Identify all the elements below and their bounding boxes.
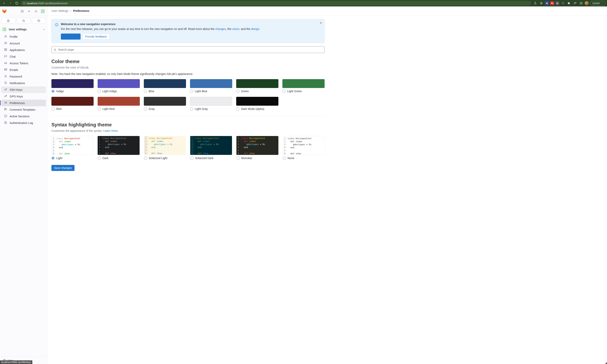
callout-link-design[interactable]: design bbox=[251, 27, 259, 30]
url-bar[interactable]: localhost:5580/-/profile/preferences bbox=[21, 1, 531, 6]
svg-point-9 bbox=[602, 3, 602, 3]
callout-close-button[interactable] bbox=[319, 21, 322, 25]
nav-forward-button[interactable] bbox=[8, 1, 13, 6]
theme-option-indigo[interactable]: Indigo bbox=[52, 79, 94, 93]
svg-point-35 bbox=[54, 49, 56, 51]
sidebar-collapse-icon[interactable] bbox=[20, 9, 25, 14]
syntax-option-none[interactable]: 1 2 3 4 5 6class DoctypesCont def index … bbox=[283, 136, 324, 160]
extensions-puzzle-icon[interactable] bbox=[567, 1, 571, 6]
syntax-radio-row[interactable]: Dark bbox=[98, 156, 139, 160]
callout-feedback-button[interactable]: Provide feedback bbox=[83, 34, 109, 39]
sidebar-item-applications[interactable]: Applications bbox=[1, 47, 46, 53]
callout-link-changes[interactable]: changes bbox=[215, 27, 226, 30]
theme-option-gray[interactable]: Gray bbox=[144, 97, 186, 110]
extension-cam-icon[interactable] bbox=[555, 1, 559, 5]
extension-p1-icon[interactable]: P1 bbox=[550, 1, 554, 5]
extension-gear-icon[interactable] bbox=[561, 1, 565, 6]
sidebar-item-preferences[interactable]: Preferences bbox=[1, 100, 46, 106]
chevron-down-icon bbox=[42, 28, 45, 31]
syntax-radio-row[interactable]: Solarized Light bbox=[144, 156, 186, 160]
syntax-label: Solarized Dark bbox=[195, 156, 214, 160]
profile-avatar[interactable] bbox=[585, 1, 589, 5]
create-new-icon[interactable] bbox=[27, 9, 32, 14]
nav-icon bbox=[4, 68, 7, 72]
context-todo-button[interactable] bbox=[32, 18, 46, 24]
callout-learn-more-button[interactable]: Learn more bbox=[61, 34, 80, 39]
sidebar-item-notifications[interactable]: Notifications bbox=[1, 80, 46, 86]
user-identicon[interactable] bbox=[40, 9, 45, 14]
theme-label: Red bbox=[56, 107, 62, 110]
sidebar-item-profile[interactable]: Profile bbox=[1, 33, 46, 40]
sidebar-item-comment-templates[interactable]: Comment Templates bbox=[1, 106, 46, 113]
theme-option-light-indigo[interactable]: Light Indigo bbox=[98, 79, 140, 93]
resize-grip-icon[interactable] bbox=[605, 362, 607, 364]
theme-option-light-green[interactable]: Light Green bbox=[283, 79, 324, 93]
syntax-option-monokai[interactable]: 1 2 3 4 5 6class DoctypesCont def index … bbox=[236, 136, 278, 160]
theme-radio-row[interactable]: Light Blue bbox=[190, 90, 232, 93]
radio-icon bbox=[98, 107, 101, 110]
save-changes-button[interactable]: Save changes bbox=[52, 165, 75, 171]
nav-back-button[interactable] bbox=[2, 1, 6, 6]
syntax-option-dark[interactable]: 1 2 3 4 5 6class DoctypesCont def index … bbox=[98, 136, 139, 160]
theme-swatch bbox=[144, 97, 186, 106]
search-input[interactable] bbox=[52, 46, 324, 53]
context-switcher[interactable]: User settings bbox=[0, 25, 47, 33]
theme-option-blue[interactable]: Blue bbox=[144, 79, 186, 93]
sidebar-item-password[interactable]: Password bbox=[1, 73, 46, 80]
theme-radio-row[interactable]: Green bbox=[236, 90, 278, 93]
syntax-option-solarized-light[interactable]: 1 2 3 4 5 6class DoctypesCont def index … bbox=[144, 136, 186, 160]
sidebar-item-account[interactable]: Account bbox=[1, 40, 46, 47]
sidebar-item-access-tokens[interactable]: Access Tokens bbox=[1, 60, 46, 66]
syntax-radio-row[interactable]: Solarized Dark bbox=[190, 156, 232, 160]
theme-option-light-red[interactable]: Light Red bbox=[98, 97, 140, 110]
context-work-button[interactable] bbox=[2, 18, 15, 24]
sidebar-item-label: Comment Templates bbox=[10, 108, 35, 111]
syntax-radio-row[interactable]: Monokai bbox=[236, 156, 278, 160]
browser-update-button[interactable]: Update bbox=[590, 1, 605, 5]
sidebar-item-chat[interactable]: Chat bbox=[1, 53, 46, 60]
syntax-learn-more-link[interactable]: Learn more bbox=[103, 129, 118, 132]
radio-icon bbox=[190, 90, 193, 93]
theme-option-green[interactable]: Green bbox=[236, 79, 278, 93]
browser-status-bar: localhost:5580/-/profile/keys bbox=[0, 360, 32, 364]
theme-option-light-gray[interactable]: Light Gray bbox=[190, 97, 232, 110]
theme-radio-row[interactable]: Light Red bbox=[98, 107, 140, 110]
sidebar-item-authentication-log[interactable]: Authentication Log bbox=[1, 119, 46, 126]
search-icon[interactable] bbox=[34, 9, 38, 14]
bookmark-icon[interactable] bbox=[539, 1, 544, 6]
syntax-radio-row[interactable]: None bbox=[283, 156, 324, 160]
theme-radio-row[interactable]: Dark Mode (alpha) bbox=[236, 107, 278, 110]
sidebar-item-ssh-keys[interactable]: SSH Keys bbox=[1, 86, 46, 93]
sidebar-item-emails[interactable]: Emails bbox=[1, 66, 46, 73]
gitlab-logo-icon[interactable] bbox=[2, 9, 7, 14]
theme-radio-row[interactable]: Light Gray bbox=[190, 107, 232, 110]
theme-radio-row[interactable]: Light Green bbox=[283, 90, 324, 93]
panel-icon[interactable] bbox=[579, 1, 583, 6]
sidebar-item-active-sessions[interactable]: Active Sessions bbox=[1, 113, 46, 119]
theme-radio-row[interactable]: Gray bbox=[144, 107, 186, 110]
theme-radio-row[interactable]: Light Indigo bbox=[98, 90, 140, 93]
context-mr-button[interactable] bbox=[17, 18, 30, 24]
theme-option-light-blue[interactable]: Light Blue bbox=[190, 79, 232, 93]
extension-icon[interactable] bbox=[545, 1, 549, 5]
sidebar-item-label: Active Sessions bbox=[10, 115, 29, 118]
breadcrumb-root[interactable]: User Settings bbox=[52, 9, 68, 13]
theme-radio-row[interactable]: Red bbox=[52, 107, 94, 110]
syntax-option-light[interactable]: 1 2 3 4 5 6class DoctypesCont def index … bbox=[52, 136, 93, 160]
callout-link-vision[interactable]: vision bbox=[232, 27, 239, 30]
syntax-radio-row[interactable]: Light bbox=[52, 156, 93, 160]
theme-option-red[interactable]: Red bbox=[52, 97, 94, 110]
theme-radio-row[interactable]: Indigo bbox=[52, 90, 94, 93]
theme-radio-row[interactable]: Blue bbox=[144, 90, 186, 93]
theme-label: Indigo bbox=[56, 90, 64, 93]
browser-chrome: localhost:5580/-/profile/preferences P1 … bbox=[0, 0, 607, 6]
nav-icon bbox=[4, 41, 7, 45]
theme-option-dark-mode-alpha-[interactable]: Dark Mode (alpha) bbox=[236, 97, 278, 110]
share-icon[interactable] bbox=[533, 1, 538, 6]
svg-point-1 bbox=[546, 3, 548, 4]
svg-rect-24 bbox=[6, 50, 7, 51]
syntax-option-solarized-dark[interactable]: 1 2 3 4 5 6class DoctypesCont def index … bbox=[190, 136, 232, 160]
nav-reload-button[interactable] bbox=[14, 1, 19, 6]
sidebar-item-gpg-keys[interactable]: GPG Keys bbox=[1, 93, 46, 100]
reading-list-icon[interactable] bbox=[573, 1, 578, 6]
